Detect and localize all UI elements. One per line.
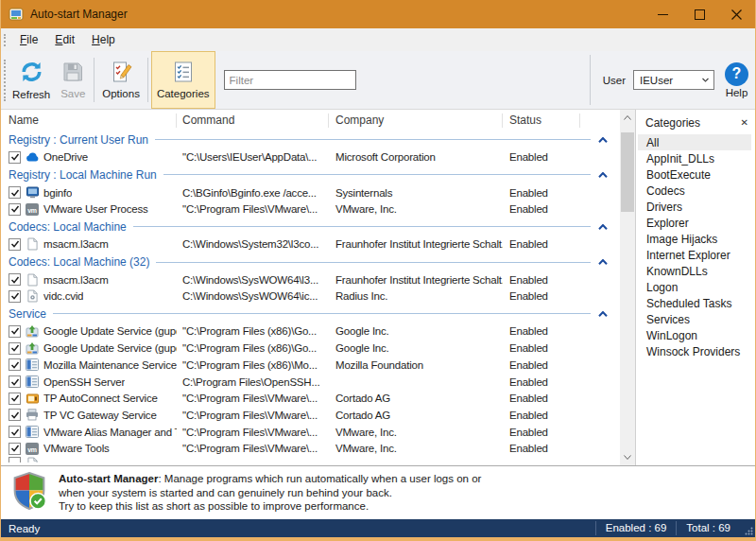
- cell-command: "C:\Program Files\VMware\...: [177, 203, 329, 215]
- svg-text:vm: vm: [27, 206, 37, 213]
- category-item-winlogon[interactable]: WinLogon: [638, 327, 751, 343]
- group-header-row: Service: [1, 305, 620, 323]
- enabled-checkbox[interactable]: [9, 375, 21, 388]
- enabled-checkbox[interactable]: [9, 443, 21, 455]
- refresh-button[interactable]: Refresh: [8, 51, 55, 109]
- enabled-checkbox[interactable]: [9, 290, 21, 303]
- table-row[interactable]: TP AutoConnect Service"C:\Program Files\…: [1, 390, 620, 407]
- entry-name: Google Update Service (gupdat...: [43, 342, 177, 354]
- enabled-checkbox[interactable]: [9, 325, 21, 338]
- group-title: Service: [9, 307, 46, 321]
- column-header-status[interactable]: Status: [503, 113, 580, 128]
- table-row[interactable]: Google Update Service (gupdat..."C:\Prog…: [1, 340, 620, 357]
- cell-command: "C:\Program Files\VMware\...: [177, 410, 329, 421]
- resize-grip-handle[interactable]: [740, 519, 755, 537]
- category-item-services[interactable]: Services: [638, 311, 751, 327]
- category-item-appinit-dlls[interactable]: AppInit_DLLs: [638, 150, 751, 166]
- vm-icon: vm: [25, 202, 40, 216]
- cell-company: Google Inc.: [329, 342, 503, 354]
- table-row[interactable]: OneDrive"C:\Users\IEUser\AppData\...Micr…: [1, 149, 620, 166]
- enabled-checkbox[interactable]: [9, 238, 21, 251]
- categories-list: AllAppInit_DLLsBootExecuteCodecsDriversE…: [636, 132, 755, 359]
- entry-name: TP AutoConnect Service: [43, 393, 158, 404]
- enabled-checkbox[interactable]: [9, 457, 21, 462]
- enabled-checkbox[interactable]: [9, 273, 21, 286]
- table-row[interactable]: VMware Alias Manager and Tic..."C:\Progr…: [1, 424, 620, 441]
- filter-input[interactable]: [224, 70, 356, 90]
- table-row[interactable]: bginfoC:\BGinfo\Bginfo.exe /acce...Sysin…: [1, 184, 620, 201]
- scroll-up-icon[interactable]: [620, 110, 635, 126]
- collapse-group-icon[interactable]: [598, 172, 608, 178]
- scrollbar-thumb[interactable]: [621, 132, 634, 212]
- table-row[interactable]: Google Update Service (gupdat..."C:\Prog…: [1, 323, 620, 340]
- cell-name: TP AutoConnect Service: [1, 392, 177, 405]
- category-item-codecs[interactable]: Codecs: [638, 183, 751, 199]
- cell-status: Enabled: [503, 187, 580, 199]
- category-item-winsock-providers[interactable]: Winsock Providers: [638, 343, 751, 359]
- minimize-button[interactable]: [644, 0, 681, 28]
- cell-status: Enabled: [503, 410, 580, 421]
- enabled-checkbox[interactable]: [9, 393, 21, 405]
- menu-file[interactable]: File: [11, 33, 46, 46]
- category-item-explorer[interactable]: Explorer: [638, 215, 751, 231]
- enabled-checkbox[interactable]: [9, 358, 21, 371]
- enabled-checkbox[interactable]: [9, 186, 21, 199]
- user-dropdown[interactable]: IEUser: [633, 70, 714, 90]
- info-line2: when your system is started and can genu…: [59, 486, 481, 500]
- table-row[interactable]: msacm.l3acmC:\Windows\SysWOW64\l3...Frau…: [1, 271, 620, 288]
- cell-company: Cortado AG: [329, 410, 503, 421]
- table-row[interactable]: TP VC Gateway Service"C:\Program Files\V…: [1, 407, 620, 424]
- menu-help[interactable]: Help: [83, 33, 124, 46]
- menubar-grip-handle[interactable]: [4, 34, 6, 46]
- options-button[interactable]: Options: [97, 51, 145, 109]
- enabled-checkbox[interactable]: [9, 203, 21, 216]
- close-button[interactable]: [718, 0, 755, 28]
- save-button[interactable]: Save: [55, 51, 91, 109]
- category-item-logon[interactable]: Logon: [638, 279, 751, 295]
- help-button[interactable]: ? Help: [725, 62, 748, 98]
- column-header-command[interactable]: Command: [177, 113, 329, 128]
- enabled-checkbox[interactable]: [9, 426, 21, 438]
- category-item-image-hijacks[interactable]: Image Hijacks: [638, 231, 751, 247]
- enabled-checkbox[interactable]: [9, 151, 21, 164]
- vertical-scrollbar[interactable]: [620, 110, 635, 465]
- category-item-internet-explorer[interactable]: Internet Explorer: [638, 247, 751, 263]
- cell-status: Enabled: [503, 151, 580, 163]
- category-item-knowndlls[interactable]: KnownDLLs: [638, 263, 751, 279]
- table-row[interactable]: Mozilla Maintenance Service"C:\Program F…: [1, 357, 620, 374]
- column-header-company[interactable]: Company: [329, 113, 503, 128]
- menu-edit[interactable]: Edit: [46, 33, 83, 46]
- categories-toggle-button[interactable]: Categories: [151, 51, 215, 109]
- column-header-name[interactable]: Name: [1, 113, 177, 128]
- cell-company: VMware, Inc.: [329, 203, 503, 215]
- table-row[interactable]: vmVMware Tools"C:\Program Files\VMware\.…: [1, 440, 620, 457]
- collapse-group-icon[interactable]: [598, 311, 608, 317]
- maximize-button[interactable]: [681, 0, 718, 28]
- table-row[interactable]: vmVMware User Process"C:\Program Files\V…: [1, 201, 620, 218]
- category-item-scheduled-tasks[interactable]: Scheduled Tasks: [638, 295, 751, 311]
- cell-name: msacm.l3acm: [1, 273, 177, 287]
- table-row[interactable]: OpenSSH ServerC:\Program Files\OpenSSH..…: [1, 374, 620, 391]
- cell-command: "C:\Program Files\VMware\...: [177, 427, 329, 438]
- enabled-checkbox[interactable]: [9, 409, 21, 421]
- table-row[interactable]: msacm.l3acmC:\Windows\System32\l3co...Fr…: [1, 236, 620, 253]
- chevron-down-icon: [702, 78, 713, 82]
- table-row[interactable]: vidc.cvidC:\Windows\SysWOW64\ic...Radius…: [1, 288, 620, 305]
- app-icon: [9, 7, 24, 22]
- menu-bar: FileEditHelp: [1, 28, 755, 51]
- toolbar-grip-handle[interactable]: [4, 60, 6, 101]
- enabled-checkbox[interactable]: [9, 342, 21, 355]
- close-panel-icon[interactable]: ✕: [741, 118, 748, 128]
- collapse-group-icon[interactable]: [598, 224, 608, 230]
- partially-visible-row: [1, 457, 620, 462]
- cell-company: Fraunhofer Institut Integrierte Schalt..…: [329, 274, 503, 286]
- category-item-bootexecute[interactable]: BootExecute: [638, 166, 751, 183]
- category-item-drivers[interactable]: Drivers: [638, 199, 751, 215]
- menu-bar-items: FileEditHelp: [11, 33, 124, 46]
- entry-name: OpenSSH Server: [43, 376, 125, 388]
- collapse-group-icon[interactable]: [598, 259, 608, 265]
- scroll-down-icon[interactable]: [620, 449, 635, 465]
- category-item-all[interactable]: All: [638, 134, 751, 150]
- user-dropdown-value: IEUser: [640, 75, 673, 86]
- collapse-group-icon[interactable]: [598, 137, 608, 143]
